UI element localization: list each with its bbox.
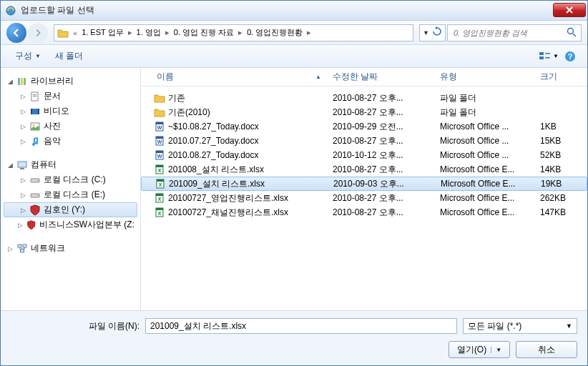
tree-videos[interactable]: ▷ 비디오 (4, 104, 137, 119)
cancel-button[interactable]: 취소 (516, 341, 577, 358)
xlsx-icon: X (154, 164, 165, 175)
file-list: 이름 ▲ 수정한 날짜 유형 크기 기존2010-08-27 오후...파일 폴… (141, 68, 587, 310)
svg-text:X: X (158, 168, 162, 173)
expand-arrow-icon[interactable]: ▷ (19, 192, 26, 199)
svg-rect-41 (157, 179, 164, 182)
file-name: ~$10.08.27_Today.docx (168, 122, 259, 132)
file-row[interactable]: 기존2010-08-27 오후...파일 폴더 (141, 91, 587, 105)
file-date: 2010-08-27 오후... (327, 92, 434, 104)
tree-music[interactable]: ▷ 음악 (4, 134, 137, 149)
column-name[interactable]: 이름 ▲ (141, 71, 327, 83)
file-date: 2010-09-29 오전... (327, 121, 434, 133)
drive-icon (29, 189, 41, 201)
breadcrumb-item[interactable]: 1. 영업 (134, 27, 164, 38)
chevron-down-icon: ▼ (566, 322, 572, 330)
tree-network[interactable]: ▷ 네트워크 (4, 241, 137, 256)
collapse-arrow-icon[interactable]: ◢ (6, 78, 14, 85)
svg-rect-35 (156, 151, 163, 153)
file-row[interactable]: W2010.07.27_Today.docx2010-08-27 오후...Mi… (141, 134, 587, 148)
file-row[interactable]: W~$10.08.27_Today.docx2010-09-29 오전...Mi… (141, 119, 587, 134)
breadcrumb[interactable]: « 1. EST 업무 ▸ 1. 영업 ▸ 0. 영업 진행 자료 ▸ 0. 영… (54, 24, 413, 41)
svg-rect-26 (23, 244, 26, 247)
file-row[interactable]: X20100727_영업진행리스트.xlsx2010-08-27 오후...Mi… (141, 191, 587, 205)
file-row[interactable]: W2010.08.27_Today.docx2010-10-12 오후...Mi… (141, 148, 587, 162)
file-rows: 기존2010-08-27 오후...파일 폴더기존(2010)2010-08-2… (141, 86, 587, 219)
expand-arrow-icon[interactable]: ▷ (19, 108, 26, 115)
ie-icon (5, 5, 16, 16)
file-size: 1KB (534, 122, 587, 132)
search-field[interactable] (452, 28, 564, 38)
column-size[interactable]: 크기 (534, 71, 587, 83)
tree-pictures[interactable]: ▷ 사진 (4, 119, 137, 134)
svg-rect-32 (156, 137, 163, 139)
tree-computer[interactable]: ◢ 컴퓨터 (4, 157, 137, 172)
shield-drive-icon (29, 204, 41, 216)
refresh-icon[interactable] (432, 26, 442, 39)
breadcrumb-item[interactable]: 0. 영업 진행 자료 (171, 27, 237, 38)
expand-arrow-icon[interactable]: ▷ (19, 138, 26, 145)
svg-text:W: W (157, 154, 162, 159)
xlsx-icon: X (154, 207, 165, 218)
library-icon (16, 76, 28, 87)
file-type: Microsoft Office E... (434, 207, 534, 217)
search-icon[interactable] (567, 27, 577, 39)
file-type: Microsoft Office ... (434, 122, 534, 132)
drive-icon (29, 174, 41, 186)
column-type[interactable]: 유형 (434, 71, 534, 83)
expand-arrow-icon[interactable]: ▷ (18, 222, 24, 229)
chevron-down-icon[interactable]: ▼ (423, 29, 429, 36)
svg-rect-5 (545, 57, 550, 59)
breadcrumb-item[interactable]: 0. 영업진행현황 (244, 27, 305, 38)
svg-rect-20 (20, 168, 24, 169)
expand-arrow-icon[interactable]: ▷ (19, 177, 26, 184)
organize-button[interactable]: 구성 ▼ (8, 47, 48, 65)
close-button[interactable] (553, 3, 586, 17)
file-row[interactable]: X201009_설치 리스트.xlsx2010-09-03 오후...Micro… (141, 177, 587, 191)
collapse-arrow-icon[interactable]: ◢ (6, 162, 14, 169)
expand-arrow-icon[interactable]: ▷ (19, 123, 26, 130)
chevron-down-icon: ▼ (553, 53, 559, 59)
search-input[interactable] (447, 24, 582, 41)
docx-icon: W (154, 135, 165, 147)
help-button[interactable]: ? (560, 48, 580, 65)
file-date: 2010-10-12 오후... (327, 149, 434, 162)
open-button[interactable]: 열기(O) ▼ (449, 341, 510, 358)
file-type: 파일 폴더 (434, 92, 534, 104)
column-date[interactable]: 수정한 날짜 (327, 71, 434, 83)
file-size: 14KB (534, 164, 587, 174)
svg-rect-2 (539, 52, 544, 55)
forward-button[interactable] (28, 23, 48, 43)
file-name: 201008_설치 리스트.xlsx (168, 164, 264, 176)
filename-input[interactable] (145, 318, 457, 334)
tree-drive-c[interactable]: ▷ 로컬 디스크 (C:) (4, 172, 137, 187)
tree-libraries[interactable]: ◢ 라이브러리 (4, 74, 137, 89)
xlsx-icon: X (155, 178, 166, 189)
expand-arrow-icon[interactable]: ▷ (19, 93, 26, 100)
tree-drive-z[interactable]: ▷ 비즈니스SW사업본부 (Z: (4, 217, 137, 232)
view-mode-button[interactable]: ▼ (539, 48, 559, 65)
file-row[interactable]: X201008_설치 리스트.xlsx2010-08-27 오후...Micro… (141, 162, 587, 177)
svg-text:X: X (158, 211, 162, 216)
file-row[interactable]: 기존(2010)2010-08-27 오후...파일 폴더 (141, 105, 587, 119)
svg-point-24 (37, 194, 39, 196)
file-name: 201009_설치 리스트.xlsx (169, 178, 265, 190)
file-type: Microsoft Office ... (434, 136, 534, 146)
file-type: Microsoft Office E... (434, 164, 534, 174)
file-row[interactable]: X20100727_채널진행리스트.xlsx2010-08-27 오후...Mi… (141, 205, 587, 219)
breadcrumb-item[interactable]: 1. EST 업무 (79, 27, 126, 38)
tree-documents[interactable]: ▷ 문서 (4, 89, 137, 104)
tree-drive-y[interactable]: ▷ 김호인 (Y:) (4, 202, 137, 217)
expand-arrow-icon[interactable]: ▷ (6, 245, 14, 252)
svg-rect-9 (21, 78, 23, 85)
tree-drive-e[interactable]: ▷ 로컬 디스크 (E:) (4, 187, 137, 202)
file-date: 2010-08-27 오후... (327, 192, 434, 204)
window-title: 업로드할 파일 선택 (21, 4, 553, 16)
back-button[interactable] (6, 23, 26, 43)
expand-arrow-icon[interactable]: ▷ (19, 207, 26, 214)
bottom-panel: 파일 이름(N): 모든 파일 (*.*) ▼ 열기(O) ▼ 취소 (1, 310, 587, 365)
file-type: Microsoft Office E... (434, 193, 534, 203)
file-size: 262KB (534, 193, 587, 203)
file-name: 20100727_채널진행리스트.xlsx (168, 207, 288, 219)
filetype-select[interactable]: 모든 파일 (*.*) ▼ (463, 318, 577, 334)
new-folder-button[interactable]: 새 폴더 (48, 47, 90, 65)
